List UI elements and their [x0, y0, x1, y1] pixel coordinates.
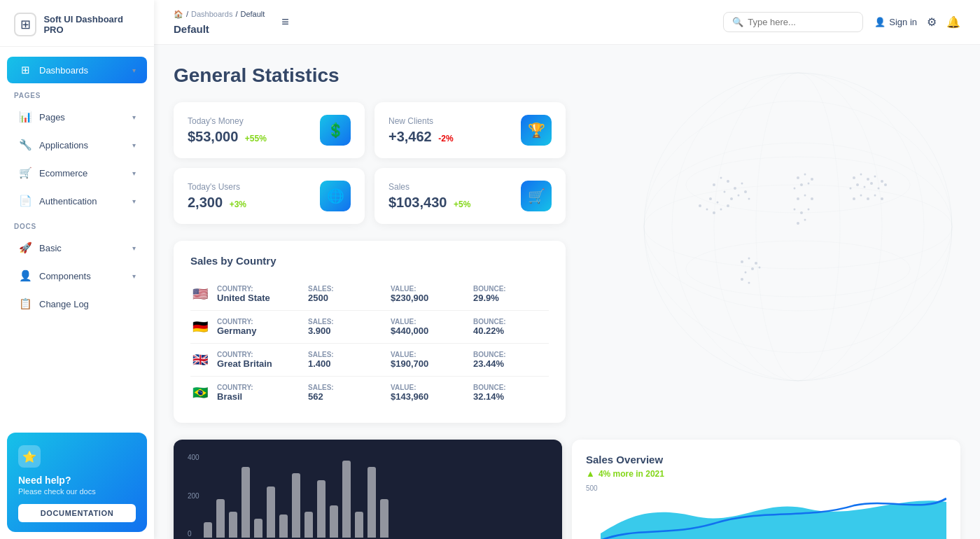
so-chart-area [601, 484, 946, 539]
chart-bar [254, 519, 262, 538]
svg-point-27 [804, 174, 806, 176]
svg-point-8 [672, 73, 924, 381]
svg-point-61 [759, 267, 761, 269]
chart-bar [304, 512, 313, 538]
sidebar-item-pages[interactable]: 📊 Pages ▾ [7, 104, 147, 130]
svg-point-52 [860, 195, 862, 197]
svg-point-47 [864, 186, 866, 188]
svg-point-25 [727, 204, 729, 207]
svg-point-42 [867, 178, 869, 181]
svg-point-31 [808, 183, 810, 185]
breadcrumb-separator2: / [235, 10, 237, 18]
chevron-down-icon: ▾ [132, 197, 136, 205]
table-row: 🇬🇧 Country: Great Britain Sales: 1.400 V… [190, 344, 549, 377]
svg-point-37 [808, 209, 810, 211]
yaxis-200: 200 [188, 492, 200, 500]
svg-point-18 [738, 195, 740, 197]
svg-point-32 [797, 197, 799, 200]
signin-icon: 👤 [874, 17, 886, 27]
svg-point-20 [748, 198, 750, 200]
sidebar-item-label: Basic [39, 243, 125, 253]
changelog-icon: 📋 [18, 298, 32, 310]
components-icon: 👤 [18, 270, 32, 282]
chevron-down-icon: ▾ [132, 244, 136, 252]
sales-overview-chart: 500 400 [586, 484, 946, 539]
svg-point-51 [853, 197, 855, 200]
breadcrumb-current: Default [174, 23, 209, 35]
sidebar: ⊞ Soft UI Dashboard PRO ⊞ Dashboards ▾ P… [0, 0, 154, 539]
svg-point-55 [881, 197, 883, 200]
bar-chart-card: 400 200 0 [174, 440, 562, 539]
chart-bar [279, 514, 288, 538]
breadcrumb-dashboards[interactable]: Dashboards [191, 10, 232, 18]
breadcrumb: 🏠 / Dashboards / Default Default [174, 10, 265, 35]
sidebar-item-ecommerce[interactable]: 🛒 Ecommerce ▾ [7, 160, 147, 186]
page-title: General Statistics [174, 64, 960, 87]
svg-point-22 [706, 209, 708, 211]
svg-point-49 [878, 188, 880, 190]
stat-label-sales: Sales [388, 182, 470, 192]
svg-point-19 [744, 190, 747, 193]
chart-bar [292, 473, 300, 538]
svg-point-26 [797, 176, 799, 179]
svg-point-13 [734, 187, 736, 190]
content-area: General Statistics Today's Money $53,000… [154, 45, 980, 539]
svg-point-9 [713, 183, 715, 186]
table-row: 🇩🇪 Country: Germany Sales: 3.900 Value: … [190, 311, 549, 344]
chevron-down-icon: ▾ [132, 272, 136, 280]
svg-point-48 [870, 182, 873, 185]
documentation-button[interactable]: DOCUMENTATION [18, 504, 136, 522]
globe-decoration [574, 59, 980, 409]
svg-point-44 [881, 180, 883, 183]
svg-point-21 [699, 204, 701, 207]
svg-point-40 [853, 176, 855, 179]
sidebar-item-authentication[interactable]: 📄 Authentication ▾ [7, 188, 147, 214]
country-col: Country: Great Britain [217, 351, 301, 369]
sales-overview-card: Sales Overview ▲ 4% more in 2021 500 400 [572, 440, 960, 539]
svg-point-43 [874, 176, 876, 178]
chart-bar [317, 480, 326, 538]
money-icon: 💲 [320, 115, 351, 146]
notifications-icon[interactable]: 🔔 [946, 15, 960, 29]
sidebar-item-label: Pages [39, 112, 125, 122]
main-area: 🏠 / Dashboards / Default Default ≡ 🔍 👤 S… [154, 0, 980, 539]
help-star-icon: ⭐ [18, 445, 41, 468]
chart-inner: 400 200 0 [188, 454, 548, 538]
table-row: 🇧🇷 Country: Brasil Sales: 562 Value: $14… [190, 377, 549, 409]
cart-icon: 🛒 [521, 181, 552, 211]
svg-point-36 [800, 211, 803, 214]
search-icon: 🔍 [732, 17, 743, 27]
basic-icon: 🚀 [18, 241, 32, 254]
svg-point-5 [686, 241, 910, 297]
stat-value-sales: $103,430 +5% [388, 195, 470, 211]
svg-point-0 [644, 73, 952, 381]
stat-card-users: Today's Users 2,300 +3% 🌐 [174, 168, 365, 224]
sidebar-item-dashboards[interactable]: ⊞ Dashboards ▾ [7, 57, 147, 83]
svg-point-6 [756, 73, 840, 381]
signin-label: Sign in [889, 17, 917, 27]
yaxis-400: 400 [188, 454, 200, 461]
chevron-down-icon: ▾ [132, 66, 136, 74]
logo-text: Soft UI Dashboard PRO [43, 14, 140, 35]
svg-point-23 [713, 211, 715, 214]
help-subtitle: Please check our docs [18, 487, 136, 496]
yaxis-0: 0 [188, 530, 200, 538]
topbar-actions: 👤 Sign in ⚙ 🔔 [874, 15, 960, 29]
sidebar-item-changelog[interactable]: 📋 Change Log [7, 290, 147, 317]
sidebar-item-basic[interactable]: 🚀 Basic ▾ [7, 234, 147, 261]
svg-point-62 [741, 278, 743, 281]
stats-grid: Today's Money $53,000 +55% 💲 New Clients… [174, 102, 566, 224]
search-input[interactable] [748, 17, 846, 27]
signin-button[interactable]: 👤 Sign in [874, 17, 917, 27]
chart-bar [229, 512, 237, 538]
topbar-search[interactable]: 🔍 [723, 12, 863, 32]
chart-bar [355, 512, 363, 538]
bounce-col: Bounce: 32.14% [473, 384, 549, 402]
hamburger-menu-icon[interactable]: ≡ [281, 15, 289, 29]
settings-icon[interactable]: ⚙ [927, 15, 937, 29]
svg-point-10 [720, 177, 722, 179]
sidebar-item-applications[interactable]: 🔧 Applications ▾ [7, 132, 147, 158]
breadcrumb-default: Default [240, 10, 265, 18]
svg-point-29 [794, 188, 796, 190]
sidebar-item-components[interactable]: 👤 Components ▾ [7, 262, 147, 289]
